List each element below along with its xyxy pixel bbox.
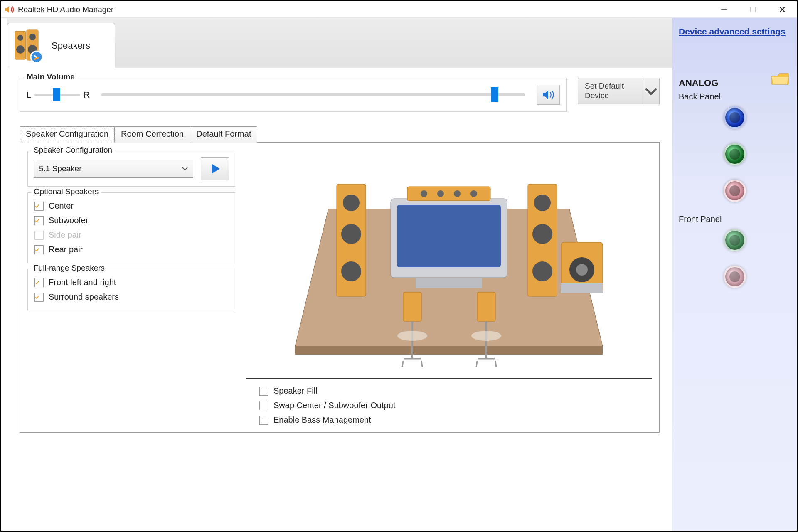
main-area: Speakers Main Volume L R xyxy=(1,18,672,531)
optional-speakers-legend: Optional Speakers xyxy=(31,187,101,196)
optional-speakers-group: Optional Speakers CenterSubwooferSide pa… xyxy=(27,192,235,263)
chevron-down-icon xyxy=(181,165,189,172)
side-panel: Device advanced settings ANALOG Back Pan… xyxy=(672,18,797,531)
svg-point-41 xyxy=(471,331,501,341)
option-swap-center-subwoofer-output-checkbox[interactable] xyxy=(259,401,268,410)
audio-jack-blue[interactable] xyxy=(724,106,746,129)
svg-point-17 xyxy=(470,190,477,197)
volume-slider[interactable] xyxy=(101,93,525,96)
speaker-layout-illustration xyxy=(246,151,652,375)
svg-rect-27 xyxy=(561,283,603,293)
option-enable-bass-management-row[interactable]: Enable Bass Management xyxy=(259,413,652,427)
back-panel-jacks xyxy=(679,106,791,202)
option-swap-center-subwoofer-output-row[interactable]: Swap Center / Subwoofer Output xyxy=(259,398,652,413)
speaker-configuration-panel: Speaker Configuration 5.1 Speaker xyxy=(20,143,660,433)
svg-line-32 xyxy=(402,361,403,367)
window-controls xyxy=(709,1,797,18)
balance-slider[interactable]: L R xyxy=(27,90,90,100)
speaker-configuration-value: 5.1 Speaker xyxy=(39,164,81,173)
window-title: Realtek HD Audio Manager xyxy=(18,5,113,14)
close-button[interactable] xyxy=(768,1,797,18)
minimize-button[interactable] xyxy=(709,1,739,18)
speakers-icon xyxy=(12,28,46,64)
svg-point-40 xyxy=(397,331,427,341)
option-enable-bass-management-checkbox[interactable] xyxy=(259,416,268,425)
speaker-layout-column: Speaker FillSwap Center / Subwoofer Outp… xyxy=(246,151,652,427)
svg-point-19 xyxy=(343,195,360,211)
optional-center-row[interactable]: Center xyxy=(34,199,229,213)
svg-rect-12 xyxy=(416,278,482,288)
audio-jack-pink[interactable] xyxy=(724,266,746,288)
tab-default-format[interactable]: Default Format xyxy=(190,126,257,143)
speaker-configuration-select[interactable]: 5.1 Speaker xyxy=(34,160,193,178)
mute-button[interactable] xyxy=(537,85,560,105)
svg-point-23 xyxy=(534,195,551,211)
device-tab-label: Speakers xyxy=(52,40,90,51)
option-speaker-fill-row[interactable]: Speaker Fill xyxy=(259,384,652,398)
optional-side-pair-row: Side pair xyxy=(34,228,229,242)
svg-point-3 xyxy=(16,45,25,54)
settings-tabstrip: Speaker Configuration Room Correction De… xyxy=(20,126,660,143)
test-play-button[interactable] xyxy=(201,157,229,180)
svg-point-24 xyxy=(532,224,552,244)
fullrange-front-left-and-right-label: Front left and right xyxy=(49,278,116,287)
maximize-button[interactable] xyxy=(739,1,768,18)
app-speaker-icon xyxy=(4,4,15,15)
svg-rect-30 xyxy=(403,292,421,321)
device-advanced-settings-link[interactable]: Device advanced settings xyxy=(679,25,786,38)
svg-rect-0 xyxy=(751,7,756,12)
fullrange-front-left-and-right-row[interactable]: Front left and right xyxy=(34,275,229,290)
front-panel-jacks xyxy=(679,229,791,288)
balance-thumb[interactable] xyxy=(53,88,60,101)
fullrange-surround-speakers-checkbox[interactable] xyxy=(34,293,44,302)
svg-point-15 xyxy=(437,190,444,197)
optional-rear-pair-checkbox[interactable] xyxy=(34,245,44,254)
optional-rear-pair-label: Rear pair xyxy=(49,245,83,254)
svg-point-25 xyxy=(532,261,552,281)
front-panel-label: Front Panel xyxy=(679,214,791,224)
full-range-speakers-group: Full-range Speakers Front left and right… xyxy=(27,269,235,310)
fullrange-front-left-and-right-checkbox[interactable] xyxy=(34,278,44,287)
fullrange-surround-speakers-row[interactable]: Surround speakers xyxy=(34,290,229,304)
audio-jack-pink[interactable] xyxy=(724,180,746,202)
svg-point-2 xyxy=(17,35,23,41)
audio-jack-green[interactable] xyxy=(724,143,746,165)
svg-point-5 xyxy=(29,34,36,40)
device-tab-speakers[interactable]: Speakers xyxy=(7,23,115,68)
optional-side-pair-label: Side pair xyxy=(49,230,81,240)
full-range-legend: Full-range Speakers xyxy=(31,264,107,273)
set-default-device-dropdown[interactable] xyxy=(643,78,659,104)
optional-subwoofer-label: Subwoofer xyxy=(49,216,89,225)
volume-thumb[interactable] xyxy=(491,87,498,102)
option-speaker-fill-label: Speaker Fill xyxy=(273,386,318,396)
illustration-divider xyxy=(246,378,652,379)
option-swap-center-subwoofer-output-label: Swap Center / Subwoofer Output xyxy=(273,401,396,410)
option-speaker-fill-checkbox[interactable] xyxy=(259,387,268,396)
svg-point-16 xyxy=(454,190,461,197)
main-volume-group: Main Volume L R xyxy=(20,78,567,112)
tab-speaker-configuration[interactable]: Speaker Configuration xyxy=(20,126,115,143)
main-volume-legend: Main Volume xyxy=(24,72,77,81)
svg-rect-13 xyxy=(407,187,490,201)
optional-subwoofer-row[interactable]: Subwoofer xyxy=(34,213,229,228)
optional-subwoofer-checkbox[interactable] xyxy=(34,216,44,225)
svg-rect-35 xyxy=(477,292,495,321)
tab-room-correction[interactable]: Room Correction xyxy=(115,126,190,143)
optional-rear-pair-row[interactable]: Rear pair xyxy=(34,242,229,257)
title-bar: Realtek HD Audio Manager xyxy=(1,1,797,18)
svg-point-14 xyxy=(421,190,427,197)
optional-side-pair-checkbox xyxy=(34,231,44,240)
audio-jack-green[interactable] xyxy=(724,229,746,251)
optional-center-checkbox[interactable] xyxy=(34,202,44,211)
svg-point-20 xyxy=(341,224,361,244)
folder-icon[interactable] xyxy=(771,72,789,86)
fullrange-surround-speakers-label: Surround speakers xyxy=(49,292,119,302)
speaker-configuration-legend: Speaker Configuration xyxy=(31,145,115,155)
svg-point-29 xyxy=(576,264,588,276)
optional-center-label: Center xyxy=(49,201,74,211)
svg-line-33 xyxy=(421,361,422,367)
svg-rect-11 xyxy=(397,205,501,267)
svg-marker-9 xyxy=(295,346,603,355)
set-default-device-button[interactable]: Set Default Device xyxy=(578,78,660,104)
extra-options-list: Speaker FillSwap Center / Subwoofer Outp… xyxy=(246,384,652,427)
